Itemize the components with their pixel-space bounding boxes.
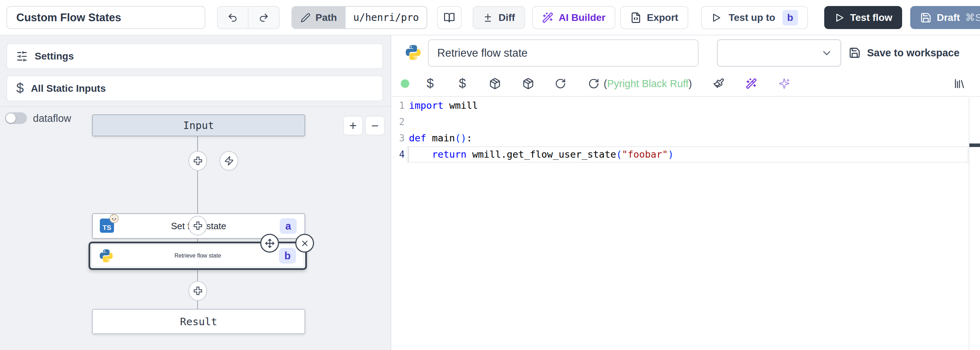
add-step-button[interactable] — [188, 151, 207, 171]
test-flow-label: Test flow — [850, 12, 892, 23]
redo-button[interactable] — [248, 7, 279, 28]
reset-content-button[interactable] — [588, 78, 600, 89]
zap-icon — [224, 156, 234, 166]
toggle-knob — [6, 113, 16, 123]
graph-divider — [0, 106, 390, 107]
zoom-in-button[interactable]: + — [343, 116, 363, 135]
code-editor[interactable]: 1import wmill23def main():4 return wmill… — [391, 97, 980, 350]
graph-node-input[interactable]: Input — [92, 114, 305, 136]
line-number: 2 — [391, 114, 405, 130]
library-panel-button[interactable] — [953, 78, 966, 89]
reload-assistant-button[interactable] — [555, 78, 566, 89]
path-edit-segment[interactable]: Path — [292, 7, 345, 28]
format-code-button[interactable] — [713, 78, 724, 89]
python-icon — [405, 44, 422, 62]
ai-builder-button[interactable]: AI Builder — [532, 6, 615, 29]
line-number: 1 — [391, 97, 405, 114]
close-icon — [300, 239, 309, 248]
dataflow-toggle[interactable] — [5, 112, 27, 124]
path-value[interactable]: u/henri/pro — [345, 7, 426, 28]
file-code-icon — [630, 12, 641, 23]
all-static-inputs-row[interactable]: $ All Static Inputs — [6, 75, 383, 101]
static-inputs-label: All Static Inputs — [31, 83, 106, 94]
test-up-to-label: Test up to — [729, 12, 775, 23]
assistants-paren-open: ( — [604, 78, 607, 89]
export-button[interactable]: Export — [620, 6, 688, 29]
code-line[interactable]: 1import wmill — [391, 97, 968, 114]
assistants-paren-close: ) — [689, 78, 692, 89]
rotate-cw-icon — [588, 78, 600, 89]
insert-variable-button[interactable]: $ — [426, 76, 434, 91]
code-line[interactable]: 3def main(): — [391, 130, 968, 146]
package-button[interactable] — [489, 78, 501, 89]
play-icon — [711, 13, 722, 23]
plus-minus-icon — [482, 13, 493, 23]
line-number: 3 — [391, 130, 405, 146]
line-number: 4 — [391, 146, 405, 163]
editor-toolbar: $ $ (Pyright Black Ruff) — [391, 71, 980, 97]
save-to-workspace-label: Save to workspace — [867, 47, 959, 59]
ai-edit-button[interactable] — [746, 78, 757, 89]
redo-icon — [258, 13, 269, 23]
add-step-button[interactable] — [188, 281, 207, 301]
test-up-to-button[interactable]: Test up to b — [701, 6, 808, 29]
step-b-badge: b — [279, 248, 296, 264]
move-icon — [265, 238, 275, 248]
assistants-names: Pyright Black Ruff — [607, 78, 689, 89]
editor-overview-ruler[interactable] — [969, 97, 980, 350]
book-open-icon — [444, 12, 455, 23]
wand-sparkles-icon — [542, 12, 554, 23]
test-flow-button[interactable]: Test flow — [824, 6, 902, 29]
rotate-cw-icon — [555, 78, 566, 89]
script-version-dropdown[interactable] — [717, 39, 841, 67]
input-node-label: Input — [183, 119, 214, 131]
step-editor-panel: Save to workspace $ $ (Pyright Black Ruf… — [391, 35, 980, 350]
diff-button[interactable]: Diff — [473, 6, 525, 29]
save-to-workspace-button[interactable]: Save to workspace — [849, 43, 959, 63]
flow-title-input[interactable] — [6, 6, 205, 29]
code-line[interactable]: 4 return wmill.get_flow_user_state("foob… — [391, 146, 968, 163]
plus-icon — [192, 155, 203, 166]
play-icon — [834, 13, 845, 23]
save-icon — [920, 12, 932, 23]
graph-node-result[interactable]: Result — [92, 309, 305, 334]
code-line[interactable]: 2 — [391, 114, 968, 130]
ai-suggestions-button[interactable] — [778, 78, 790, 89]
cursor-position-marker — [969, 144, 980, 147]
sliders-icon — [16, 51, 28, 62]
lsp-status-dot — [401, 79, 409, 88]
undo-button[interactable] — [218, 7, 248, 28]
step-name-input[interactable] — [428, 39, 698, 67]
move-node-button[interactable] — [260, 234, 279, 253]
sparkles-icon — [778, 78, 790, 89]
export-label: Export — [647, 12, 678, 23]
dollar-icon: $ — [16, 81, 24, 96]
code-assistants-status[interactable]: (Pyright Black Ruff) — [604, 78, 692, 89]
draft-shortcut: ⌘S — [965, 12, 980, 23]
path-label: Path — [315, 12, 337, 23]
library-icon — [953, 78, 966, 89]
plus-icon — [192, 286, 203, 296]
top-toolbar: Path u/henri/pro Diff AI Builder Export … — [0, 0, 980, 35]
settings-row[interactable]: Settings — [6, 43, 383, 69]
draft-label: Draft — [937, 12, 960, 23]
plus-icon — [192, 221, 203, 231]
ai-builder-label: AI Builder — [559, 12, 605, 23]
save-draft-button[interactable]: Draft ⌘S — [910, 6, 980, 29]
path-button[interactable]: Path u/henri/pro — [291, 6, 427, 29]
paintbrush-icon — [713, 78, 724, 89]
package-lock-button[interactable] — [522, 78, 534, 89]
add-step-button[interactable] — [188, 216, 207, 236]
docs-button[interactable] — [437, 6, 462, 29]
dataflow-label: dataflow — [33, 113, 71, 124]
typescript-bun-icon: TS — [100, 219, 115, 233]
pencil-icon — [301, 13, 310, 23]
diff-label: Diff — [498, 12, 515, 23]
undo-redo-group — [217, 6, 280, 29]
add-trigger-button[interactable] — [220, 151, 238, 171]
code-lines: 1import wmill23def main():4 return wmill… — [391, 97, 968, 163]
retrieve-flow-state-label: Retrieve flow state — [175, 253, 221, 259]
insert-resource-button[interactable]: $ — [459, 76, 466, 91]
delete-node-button[interactable] — [295, 234, 314, 253]
zoom-out-button[interactable]: − — [365, 116, 385, 135]
